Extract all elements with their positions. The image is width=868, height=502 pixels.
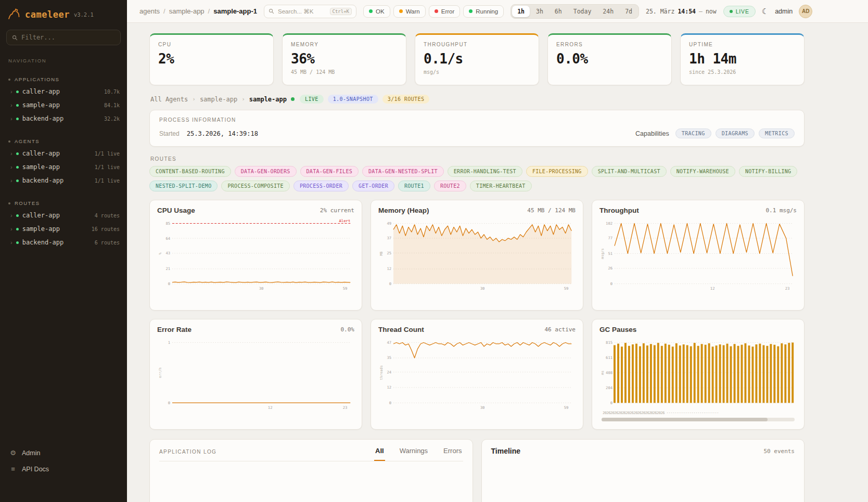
chart-plot: 0204408611815ms [599, 334, 797, 411]
route-pill-file-processing[interactable]: FILE-PROCESSING [526, 166, 588, 177]
item-label: backend-app [22, 177, 63, 184]
route-pill-nested-split-demo[interactable]: NESTED-SPLIT-DEMO [149, 181, 218, 191]
route-pill-error-handling-test[interactable]: ERROR-HANDLING-TEST [448, 166, 522, 177]
status-dot [399, 9, 403, 13]
route-pill-split-and-multicast[interactable]: SPLIT-AND-MULTICAST [592, 166, 667, 177]
chart-card-error-rate: Error Rate 0.0% 011223err/h [149, 319, 362, 430]
svg-text:%: % [158, 252, 162, 254]
status-filters: OK Warn Error Running [363, 5, 504, 18]
breadcrumb-agents[interactable]: agents [139, 7, 160, 15]
chevron-right-icon: › [10, 115, 12, 122]
footer-label: Admin [22, 449, 40, 457]
process-info-title: PROCESS INFORMATION [159, 117, 795, 123]
status-filter-ok[interactable]: OK [363, 5, 390, 18]
time-range-1h[interactable]: 1h [512, 6, 530, 17]
item-badge: 1/1 live [95, 164, 120, 170]
time-range-6h[interactable]: 6h [550, 6, 567, 17]
chart-current-value: 0.1 msg/s [765, 207, 797, 214]
search-input[interactable] [278, 8, 326, 15]
sidebar-item-agents-backend-app[interactable]: › backend-app 1/1 live [0, 174, 127, 187]
route-pill-get-order[interactable]: GET-ORDER [352, 181, 394, 191]
sidebar-footer-api-docs[interactable]: ≡ API Docs [0, 461, 127, 477]
footer-label: API Docs [22, 466, 49, 473]
chart-card-gc-pauses: GC Pauses 0204408611815ms 20262026202620… [592, 319, 805, 430]
app-logo[interactable]: cameleer v3.2.1 [0, 0, 127, 28]
section-header-routes[interactable]: ROUTES [0, 199, 127, 209]
time-range-3h[interactable]: 3h [531, 6, 548, 17]
agent-crumb-all-agents[interactable]: All Agents [150, 96, 188, 103]
breadcrumb-sample-app-1[interactable]: sample-app-1 [213, 7, 257, 15]
theme-toggle-button[interactable]: ☾ [762, 7, 769, 15]
filter-label: Running [476, 8, 498, 15]
route-pill-route1[interactable]: ROUTE1 [398, 181, 430, 191]
route-pill-timer-heartbeat[interactable]: TIMER-HEARTBEAT [470, 181, 532, 191]
svg-text:12: 12 [268, 405, 273, 410]
sidebar-item-routes-sample-app[interactable]: › sample-app 16 routes [0, 222, 127, 236]
stat-label: MEMORY [291, 42, 398, 47]
svg-text:0: 0 [610, 281, 612, 286]
status-dot [469, 9, 473, 13]
sidebar-item-agents-sample-app[interactable]: › sample-app 1/1 live [0, 160, 127, 174]
section-collapse-icon [8, 79, 10, 81]
route-pill-process-order[interactable]: PROCESS-ORDER [293, 181, 349, 191]
status-filter-running[interactable]: Running [463, 5, 504, 18]
time-range-today[interactable]: Today [568, 6, 597, 17]
filter-label: Error [441, 8, 455, 15]
sidebar-sections: APPLICATIONS › caller-app 10.7k › sample… [0, 63, 127, 249]
sidebar-item-applications-sample-app[interactable]: › sample-app 84.1k [0, 98, 127, 112]
route-pill-data-gen-files[interactable]: DATA-GEN-FILES [300, 166, 359, 177]
route-pill-notify-billing[interactable]: NOTIFY-BILLING [739, 166, 798, 177]
status-dot [16, 228, 19, 230]
sidebar-item-routes-caller-app[interactable]: › caller-app 4 routes [0, 209, 127, 222]
agent-crumb-sample-app[interactable]: sample-app [249, 96, 287, 103]
chart-plot: 02651771021223msg/s [599, 215, 797, 292]
filter-input[interactable] [21, 34, 115, 41]
svg-text:25: 25 [387, 251, 391, 255]
agent-crumb-sample-app[interactable]: sample-app [200, 96, 237, 103]
log-tab-warnings[interactable]: Warnings [399, 447, 429, 461]
chart-title: GC Pauses [599, 326, 636, 333]
global-search[interactable]: Ctrl+K [264, 5, 356, 18]
scrollbar-thumb[interactable] [602, 418, 768, 421]
bottom-row: APPLICATION LOG AllWarningsErrors Timeli… [149, 439, 805, 502]
avatar[interactable]: AD [799, 5, 812, 18]
status-filter-error[interactable]: Error [429, 5, 461, 18]
gear-icon: ⚙ [9, 449, 17, 457]
route-pill-data-gen-orders[interactable]: DATA-GEN-ORDERS [235, 166, 297, 177]
time-range-24h[interactable]: 24h [597, 6, 619, 17]
route-pill-content-based-routing[interactable]: CONTENT-BASED-ROUTING [149, 166, 231, 177]
status-filter-warn[interactable]: Warn [393, 5, 426, 18]
section-label: ROUTES [15, 200, 40, 206]
chart-scrollbar[interactable] [602, 418, 795, 421]
breadcrumb-sample-app[interactable]: sample-app [169, 7, 205, 15]
stat-cards: CPU 2% MEMORY 36% 45 MB / 124 MB THROUGH… [149, 33, 805, 85]
sidebar-item-routes-backend-app[interactable]: › backend-app 6 routes [0, 236, 127, 249]
svg-text:1: 1 [168, 340, 170, 345]
log-tab-errors[interactable]: Errors [442, 447, 463, 461]
chart-header: Thread Count 46 active [378, 326, 576, 333]
sidebar-footer-admin[interactable]: ⚙ Admin [0, 445, 127, 461]
chart-current-value: 0.0% [341, 326, 355, 333]
sidebar-item-applications-backend-app[interactable]: › backend-app 32.2k [0, 112, 127, 125]
sidebar-item-agents-caller-app[interactable]: › caller-app 1/1 live [0, 147, 127, 160]
log-tab-all[interactable]: All [374, 447, 385, 461]
route-pill-notify-warehouse[interactable]: NOTIFY-WAREHOUSE [670, 166, 735, 177]
svg-text:37: 37 [387, 236, 391, 240]
item-badge: 1/1 live [95, 151, 120, 157]
time-range-7d[interactable]: 7d [620, 6, 637, 17]
section-header-applications[interactable]: APPLICATIONS [0, 75, 127, 85]
svg-text:12: 12 [710, 286, 715, 291]
breadcrumb: agents/sample-app/sample-app-1 [139, 7, 257, 15]
date-range[interactable]: 25. März 14:54 — now [646, 8, 717, 15]
route-pill-process-composite[interactable]: PROCESS-COMPOSITE [221, 181, 289, 191]
sidebar-filter[interactable] [6, 30, 121, 45]
route-pill-data-gen-nested-split[interactable]: DATA-GEN-NESTED-SPLIT [362, 166, 444, 177]
filter-label: Warn [406, 8, 420, 15]
chart-plot: 011223err/h [157, 334, 354, 411]
section-header-agents[interactable]: AGENTS [0, 137, 127, 147]
time-range-picker: 1h3h6hToday24h7d [510, 4, 639, 19]
stat-value: 2% [158, 51, 265, 67]
sidebar-item-applications-caller-app[interactable]: › caller-app 10.7k [0, 85, 127, 98]
svg-text:Alert: Alert [339, 218, 350, 223]
route-pill-route2[interactable]: ROUTE2 [434, 181, 466, 191]
